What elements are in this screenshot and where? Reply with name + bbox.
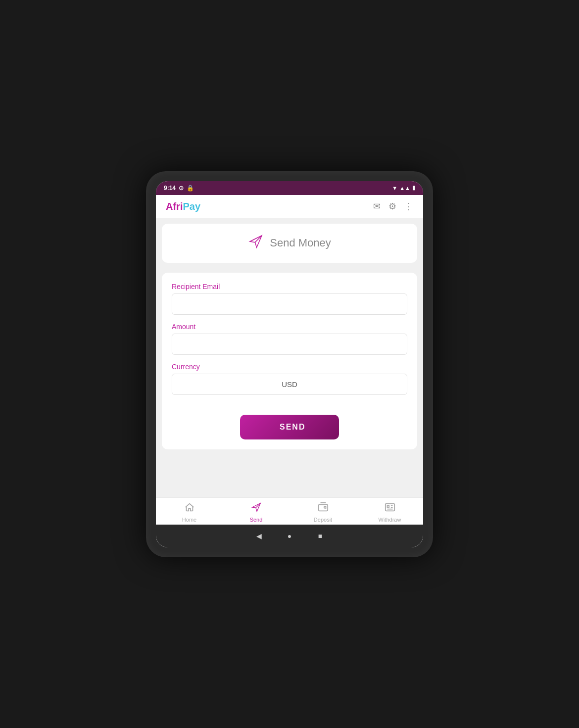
battery-icon: ▮ xyxy=(412,185,415,191)
spacer-area xyxy=(156,454,423,497)
signal-icon: ▲▲ xyxy=(399,185,410,191)
nav-item-withdraw[interactable]: Withdraw xyxy=(356,502,423,523)
mail-icon[interactable]: ✉ xyxy=(373,201,381,212)
amount-input[interactable] xyxy=(172,334,407,355)
currency-group: Currency USD xyxy=(172,363,407,395)
device-screen: 9:14 ⊙ 🔒 ▼ ▲▲ ▮ AfriPay ✉ ⚙ ⋮ xyxy=(156,181,423,547)
amount-label: Amount xyxy=(172,323,407,331)
home-button[interactable]: ● xyxy=(284,531,295,541)
form-fields: Recipient Email Amount Currency USD xyxy=(162,273,417,405)
svg-rect-0 xyxy=(318,504,327,511)
svg-rect-1 xyxy=(385,503,394,511)
header-icons-group: ✉ ⚙ ⋮ xyxy=(373,201,413,212)
app-header: AfriPay ✉ ⚙ ⋮ xyxy=(156,195,423,219)
settings-icon[interactable]: ⚙ xyxy=(388,201,396,212)
logo-pay: Pay xyxy=(183,201,200,212)
location-icon: ⊙ xyxy=(179,185,184,192)
send-nav-icon xyxy=(251,502,262,515)
send-money-title: Send Money xyxy=(270,237,331,249)
more-icon[interactable]: ⋮ xyxy=(404,201,413,212)
svg-rect-2 xyxy=(387,505,389,507)
recipient-email-label: Recipient Email xyxy=(172,283,407,291)
nav-send-label: Send xyxy=(250,517,263,523)
home-icon xyxy=(184,502,195,515)
send-money-header: Send Money xyxy=(162,224,417,263)
logo-afri: Afri xyxy=(166,201,183,212)
currency-label: Currency xyxy=(172,363,407,371)
currency-value: USD xyxy=(172,374,407,395)
lock-icon: 🔒 xyxy=(187,185,194,192)
deposit-icon xyxy=(318,502,329,515)
form-card: Recipient Email Amount Currency USD SEND xyxy=(162,273,417,449)
status-icons: ▼ ▲▲ ▮ xyxy=(392,185,415,191)
status-time-area: 9:14 ⊙ 🔒 xyxy=(164,185,194,192)
wifi-icon: ▼ xyxy=(392,185,397,191)
nav-deposit-label: Deposit xyxy=(314,517,332,523)
send-button[interactable]: SEND xyxy=(240,415,339,439)
bottom-nav: Home Send xyxy=(156,497,423,525)
status-bar: 9:14 ⊙ 🔒 ▼ ▲▲ ▮ xyxy=(156,181,423,195)
amount-group: Amount xyxy=(172,323,407,355)
withdraw-icon xyxy=(385,502,395,515)
nav-withdraw-label: Withdraw xyxy=(379,517,401,523)
app-logo: AfriPay xyxy=(166,201,200,212)
send-money-card: Send Money xyxy=(162,224,417,263)
paper-plane-icon xyxy=(248,234,264,253)
nav-item-home[interactable]: Home xyxy=(156,502,223,523)
recipient-email-group: Recipient Email xyxy=(172,283,407,315)
device-frame: 9:14 ⊙ 🔒 ▼ ▲▲ ▮ AfriPay ✉ ⚙ ⋮ xyxy=(146,171,433,557)
nav-item-deposit[interactable]: Deposit xyxy=(290,502,356,523)
recipient-email-input[interactable] xyxy=(172,293,407,315)
status-time: 9:14 xyxy=(164,185,176,192)
send-button-container: SEND xyxy=(162,405,417,449)
android-nav-bar: ◀ ● ■ xyxy=(156,525,423,547)
main-content: Send Money Recipient Email Amount Curren xyxy=(156,219,423,497)
nav-item-send[interactable]: Send xyxy=(223,502,290,523)
recent-button[interactable]: ■ xyxy=(315,531,326,541)
nav-home-label: Home xyxy=(182,517,196,523)
back-button[interactable]: ◀ xyxy=(253,531,264,541)
